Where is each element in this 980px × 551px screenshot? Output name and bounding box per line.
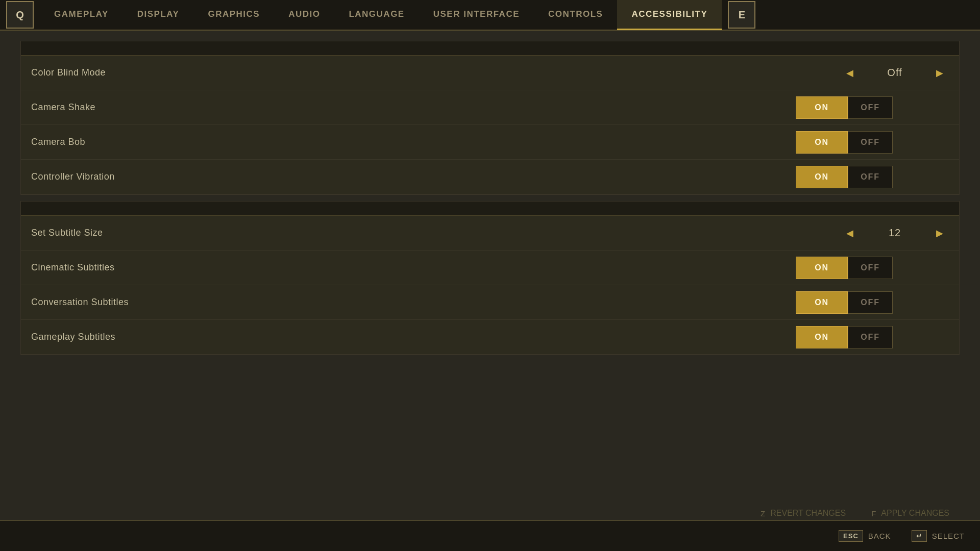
group1-container: Color Blind Mode ◀ Off ▶ Camera Shake ON… bbox=[20, 41, 960, 195]
controller-vibration-off[interactable]: OFF bbox=[848, 166, 893, 188]
revert-key: Z bbox=[761, 509, 765, 518]
subtitle-size-next[interactable]: ▶ bbox=[930, 224, 949, 242]
camera-bob-control: ON OFF bbox=[796, 131, 949, 154]
gameplay-subtitles-off[interactable]: OFF bbox=[848, 326, 893, 348]
camera-shake-on[interactable]: ON bbox=[796, 96, 848, 119]
select-label: SELECT bbox=[932, 532, 965, 540]
navbar: Q GAMEPLAY DISPLAY GRAPHICS AUDIO LANGUA… bbox=[0, 0, 980, 31]
select-key: ↵ bbox=[912, 530, 927, 542]
tab-accessibility[interactable]: ACCESSIBILITY bbox=[617, 0, 722, 30]
select-action[interactable]: ↵ SELECT bbox=[912, 530, 965, 542]
tab-display[interactable]: DISPLAY bbox=[123, 0, 194, 30]
cinematic-subtitles-control: ON OFF bbox=[796, 257, 949, 279]
gameplay-subtitles-toggle[interactable]: ON OFF bbox=[796, 326, 893, 348]
gameplay-subtitles-control: ON OFF bbox=[796, 326, 949, 348]
gameplay-subtitles-on[interactable]: ON bbox=[796, 326, 848, 348]
cinematic-subtitles-off[interactable]: OFF bbox=[848, 257, 893, 279]
tab-controls[interactable]: CONTROLS bbox=[534, 0, 617, 30]
camera-bob-toggle[interactable]: ON OFF bbox=[796, 131, 893, 154]
controller-vibration-label: Controller Vibration bbox=[31, 171, 796, 182]
color-blind-mode-next[interactable]: ▶ bbox=[930, 64, 949, 82]
controller-vibration-on[interactable]: ON bbox=[796, 166, 848, 188]
tab-user-interface[interactable]: USER INTERFACE bbox=[419, 0, 534, 30]
back-label: BACK bbox=[868, 532, 891, 540]
back-action[interactable]: Esc BACK bbox=[839, 530, 891, 542]
controller-vibration-toggle[interactable]: ON OFF bbox=[796, 166, 893, 188]
main-content: Color Blind Mode ◀ Off ▶ Camera Shake ON… bbox=[0, 31, 980, 355]
color-blind-mode-control: ◀ Off ▶ bbox=[694, 64, 949, 82]
camera-shake-label: Camera Shake bbox=[31, 102, 796, 113]
apply-key: F bbox=[871, 509, 876, 518]
apply-changes-item[interactable]: F APPLY CHANGES bbox=[871, 509, 949, 518]
color-blind-mode-label: Color Blind Mode bbox=[31, 67, 694, 78]
tab-language[interactable]: LANGUAGE bbox=[334, 0, 419, 30]
conversation-subtitles-label: Conversation Subtitles bbox=[31, 297, 796, 308]
subtitle-size-label: Set Subtitle Size bbox=[31, 228, 694, 238]
group1-header bbox=[21, 41, 959, 56]
subtitle-size-value: 12 bbox=[869, 227, 920, 239]
camera-bob-off[interactable]: OFF bbox=[848, 131, 893, 154]
camera-shake-toggle[interactable]: ON OFF bbox=[796, 96, 893, 119]
color-blind-mode-prev[interactable]: ◀ bbox=[841, 64, 859, 82]
controller-vibration-control: ON OFF bbox=[796, 166, 949, 188]
group2-header bbox=[21, 202, 959, 216]
revert-label: REVERT CHANGES bbox=[770, 509, 846, 518]
camera-shake-control: ON OFF bbox=[796, 96, 949, 119]
settings-bottom-bar: Z REVERT CHANGES F APPLY CHANGES bbox=[761, 509, 949, 518]
conversation-subtitles-on[interactable]: ON bbox=[796, 291, 848, 314]
subtitle-size-prev[interactable]: ◀ bbox=[841, 224, 859, 242]
tab-audio[interactable]: AUDIO bbox=[274, 0, 334, 30]
gameplay-subtitles-label: Gameplay Subtitles bbox=[31, 332, 796, 342]
cinematic-subtitles-toggle[interactable]: ON OFF bbox=[796, 257, 893, 279]
group2-container: Set Subtitle Size ◀ 12 ▶ Cinematic Subti… bbox=[20, 201, 960, 355]
apply-label: APPLY CHANGES bbox=[881, 509, 949, 518]
camera-shake-off[interactable]: OFF bbox=[848, 96, 893, 119]
cinematic-subtitles-row[interactable]: Cinematic Subtitles ON OFF bbox=[21, 251, 959, 285]
footer: Esc BACK ↵ SELECT bbox=[0, 520, 980, 551]
page-wrapper: Q GAMEPLAY DISPLAY GRAPHICS AUDIO LANGUA… bbox=[0, 0, 980, 551]
revert-changes-item[interactable]: Z REVERT CHANGES bbox=[761, 509, 846, 518]
camera-shake-row[interactable]: Camera Shake ON OFF bbox=[21, 90, 959, 125]
gameplay-subtitles-row[interactable]: Gameplay Subtitles ON OFF bbox=[21, 320, 959, 355]
tab-graphics[interactable]: GRAPHICS bbox=[193, 0, 274, 30]
camera-bob-row[interactable]: Camera Bob ON OFF bbox=[21, 125, 959, 160]
tab-gameplay[interactable]: GAMEPLAY bbox=[40, 0, 123, 30]
camera-bob-label: Camera Bob bbox=[31, 137, 796, 147]
controller-vibration-row[interactable]: Controller Vibration ON OFF bbox=[21, 160, 959, 194]
left-nav-key[interactable]: Q bbox=[6, 1, 34, 29]
cinematic-subtitles-label: Cinematic Subtitles bbox=[31, 262, 796, 273]
color-blind-mode-row[interactable]: Color Blind Mode ◀ Off ▶ bbox=[21, 56, 959, 90]
cinematic-subtitles-on[interactable]: ON bbox=[796, 257, 848, 279]
conversation-subtitles-off[interactable]: OFF bbox=[848, 291, 893, 314]
right-nav-key[interactable]: E bbox=[728, 1, 755, 29]
subtitle-size-row[interactable]: Set Subtitle Size ◀ 12 ▶ bbox=[21, 216, 959, 251]
subtitle-size-control: ◀ 12 ▶ bbox=[694, 224, 949, 242]
conversation-subtitles-toggle[interactable]: ON OFF bbox=[796, 291, 893, 314]
color-blind-mode-value: Off bbox=[869, 67, 920, 79]
conversation-subtitles-control: ON OFF bbox=[796, 291, 949, 314]
back-key: Esc bbox=[839, 530, 863, 542]
conversation-subtitles-row[interactable]: Conversation Subtitles ON OFF bbox=[21, 285, 959, 320]
camera-bob-on[interactable]: ON bbox=[796, 131, 848, 154]
